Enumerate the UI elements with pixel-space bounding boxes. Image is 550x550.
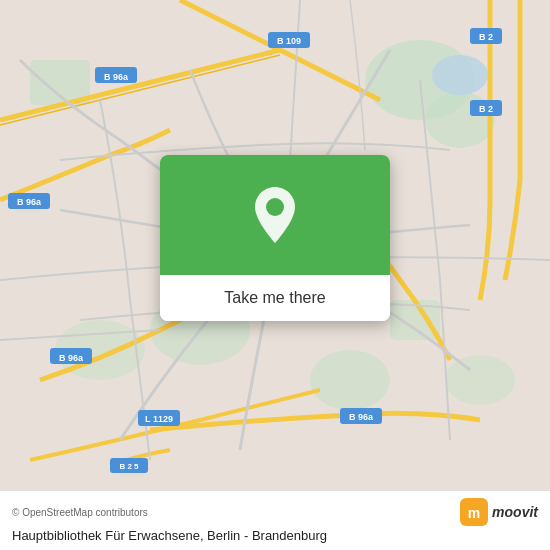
take-me-there-button[interactable]: Take me there [160,275,390,321]
location-pin-icon [250,185,300,245]
svg-point-5 [310,350,390,410]
bottom-line1: © OpenStreetMap contributors m moovit [12,498,538,526]
svg-text:B 96a: B 96a [59,353,84,363]
svg-text:L 1129: L 1129 [145,414,173,424]
attribution-text: © OpenStreetMap contributors [12,507,148,518]
button-label: Take me there [224,289,325,307]
map-container: B 96a B 96a B 96a B 96a B 109 B 2 B 2 B … [0,0,550,490]
card-header [160,155,390,275]
svg-point-8 [445,355,515,405]
svg-text:m: m [468,505,480,521]
place-name: Hauptbibliothek Für Erwachsene, Berlin -… [12,528,538,543]
svg-text:B 109: B 109 [277,36,301,46]
location-card: Take me there [160,155,390,321]
moovit-logo: m moovit [460,498,538,526]
svg-text:B 2: B 2 [479,32,493,42]
svg-text:B 96a: B 96a [349,412,374,422]
svg-text:B 2: B 2 [479,104,493,114]
svg-text:B 96a: B 96a [104,72,129,82]
svg-text:B 2 5: B 2 5 [119,462,139,471]
svg-text:B 96a: B 96a [17,197,42,207]
svg-point-9 [432,55,488,95]
svg-point-30 [266,198,284,216]
moovit-text: moovit [492,504,538,520]
bottom-bar: © OpenStreetMap contributors m moovit Ha… [0,490,550,550]
moovit-icon: m [460,498,488,526]
